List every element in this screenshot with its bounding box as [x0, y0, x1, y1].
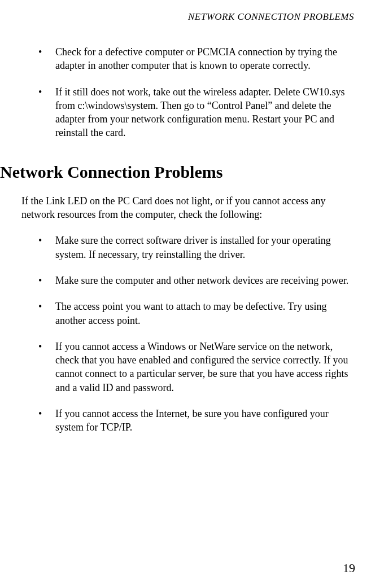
running-header: NETWORK CONNECTION PROBLEMS [0, 11, 355, 23]
list-item: If you cannot access a Windows or NetWar… [21, 340, 355, 394]
section-bullet-list: Make sure the correct software driver is… [21, 234, 355, 434]
list-item: If you cannot access the Internet, be su… [21, 407, 355, 435]
top-bullet-list: Check for a defective computer or PCMCIA… [21, 45, 355, 140]
list-item: Make sure the correct software driver is… [21, 234, 355, 261]
list-item: The access point you want to attach to m… [21, 300, 355, 327]
page-number: 19 [343, 561, 355, 576]
list-item: If it still does not work, take out the … [21, 85, 355, 140]
list-item: Check for a defective computer or PCMCIA… [21, 45, 355, 73]
page-container: NETWORK CONNECTION PROBLEMS Check for a … [0, 0, 371, 588]
intro-paragraph: If the Link LED on the PC Card does not … [21, 194, 355, 222]
section-heading: Network Connection Problems [0, 163, 355, 182]
page-content: Check for a defective computer or PCMCIA… [0, 45, 355, 435]
list-item: Make sure the computer and other network… [21, 274, 355, 287]
